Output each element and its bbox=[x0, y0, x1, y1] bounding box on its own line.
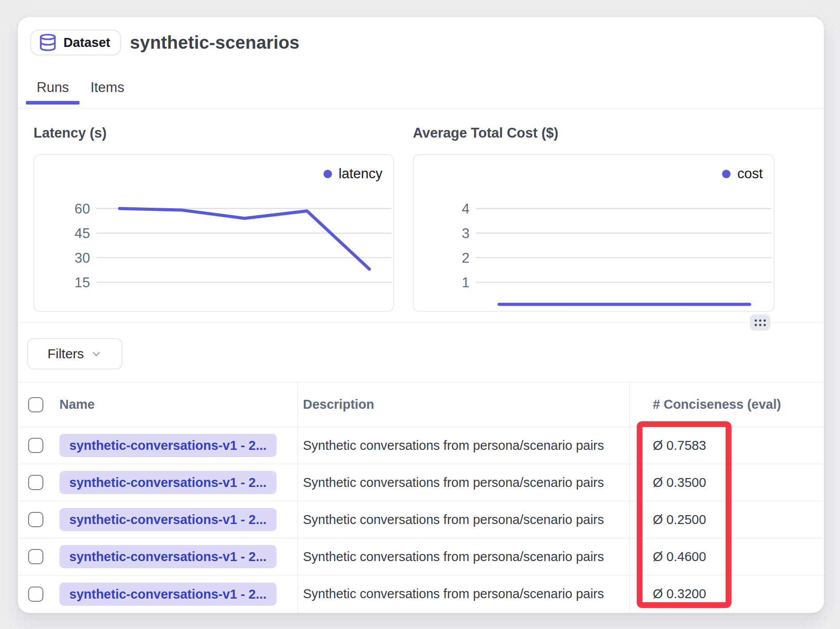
run-name-link[interactable]: synthetic-conversations-v1 - 2... bbox=[59, 508, 277, 531]
svg-text:1: 1 bbox=[462, 275, 469, 290]
run-description: Synthetic conversations from persona/sce… bbox=[303, 438, 604, 453]
badge-label: Dataset bbox=[63, 35, 110, 50]
cost-line-chart: 4321 bbox=[414, 155, 773, 311]
drag-dots-icon bbox=[755, 319, 766, 326]
column-header-conciseness: # Conciseness (eval) bbox=[653, 397, 781, 412]
dataset-badge: Dataset bbox=[30, 29, 121, 55]
legend-dot-icon bbox=[323, 170, 332, 178]
row-checkbox[interactable] bbox=[28, 438, 43, 453]
table-header-row: Name Description # Conciseness (eval) bbox=[18, 382, 824, 427]
tab-bar: Runs Items bbox=[26, 75, 135, 105]
table-row[interactable]: synthetic-conversations-v1 - 2... Synthe… bbox=[18, 575, 824, 612]
svg-text:3: 3 bbox=[462, 226, 469, 241]
run-description: Synthetic conversations from persona/sce… bbox=[303, 549, 604, 564]
select-all-checkbox[interactable] bbox=[28, 397, 43, 412]
conciseness-value: Ø 0.3500 bbox=[653, 475, 706, 490]
table-row[interactable]: synthetic-conversations-v1 - 2... Synthe… bbox=[18, 427, 824, 464]
svg-text:60: 60 bbox=[75, 201, 90, 217]
conciseness-value: Ø 0.4600 bbox=[653, 549, 706, 564]
run-name-link[interactable]: synthetic-conversations-v1 - 2... bbox=[59, 545, 277, 568]
table-row[interactable]: synthetic-conversations-v1 - 2... Synthe… bbox=[18, 501, 824, 538]
run-description: Synthetic conversations from persona/sce… bbox=[303, 587, 604, 601]
svg-text:4: 4 bbox=[462, 201, 469, 217]
conciseness-value: Ø 0.3200 bbox=[653, 587, 706, 601]
section-divider bbox=[18, 322, 824, 323]
chevron-down-icon bbox=[90, 348, 102, 360]
legend-label: latency bbox=[339, 166, 382, 182]
run-name-link[interactable]: synthetic-conversations-v1 - 2... bbox=[59, 471, 277, 494]
filters-button-label: Filters bbox=[47, 346, 84, 361]
column-header-description: Description bbox=[303, 397, 374, 412]
row-checkbox[interactable] bbox=[28, 512, 43, 527]
cost-chart-title: Average Total Cost ($) bbox=[413, 125, 559, 141]
svg-text:15: 15 bbox=[75, 275, 90, 290]
svg-text:30: 30 bbox=[75, 250, 90, 266]
tab-runs[interactable]: Runs bbox=[26, 75, 80, 105]
run-name-link[interactable]: synthetic-conversations-v1 - 2... bbox=[59, 434, 277, 457]
table-row[interactable]: synthetic-conversations-v1 - 2... Synthe… bbox=[18, 464, 824, 501]
run-name-link[interactable]: synthetic-conversations-v1 - 2... bbox=[59, 583, 277, 606]
row-checkbox[interactable] bbox=[28, 475, 43, 490]
database-icon bbox=[38, 33, 57, 52]
latency-chart-title: Latency (s) bbox=[34, 125, 107, 141]
conciseness-value: Ø 0.2500 bbox=[653, 512, 706, 527]
run-description: Synthetic conversations from persona/sce… bbox=[303, 512, 604, 527]
row-checkbox[interactable] bbox=[28, 549, 43, 564]
page-title: synthetic-scenarios bbox=[130, 33, 300, 53]
filters-button[interactable]: Filters bbox=[27, 338, 122, 369]
latency-chart-panel: 60453015 latency bbox=[34, 154, 394, 312]
latency-legend: latency bbox=[323, 166, 382, 182]
header: Dataset synthetic-scenarios bbox=[30, 29, 299, 55]
svg-text:2: 2 bbox=[462, 250, 469, 266]
header-divider bbox=[18, 108, 824, 109]
table-row[interactable]: synthetic-conversations-v1 - 2... Synthe… bbox=[18, 538, 824, 575]
row-checkbox[interactable] bbox=[28, 587, 43, 602]
runs-table: Name Description # Conciseness (eval) sy… bbox=[18, 382, 824, 613]
cost-legend: cost bbox=[722, 166, 763, 182]
svg-text:45: 45 bbox=[75, 226, 90, 241]
legend-label: cost bbox=[737, 166, 763, 182]
dataset-card: Dataset synthetic-scenarios Runs Items L… bbox=[18, 17, 824, 613]
tab-items[interactable]: Items bbox=[80, 75, 135, 105]
conciseness-value: Ø 0.7583 bbox=[653, 438, 706, 453]
column-header-name: Name bbox=[59, 397, 95, 412]
resize-drag-handle[interactable] bbox=[750, 314, 770, 331]
legend-dot-icon bbox=[722, 170, 731, 178]
cost-chart-panel: 4321 cost bbox=[413, 154, 774, 312]
run-description: Synthetic conversations from persona/sce… bbox=[303, 475, 604, 490]
